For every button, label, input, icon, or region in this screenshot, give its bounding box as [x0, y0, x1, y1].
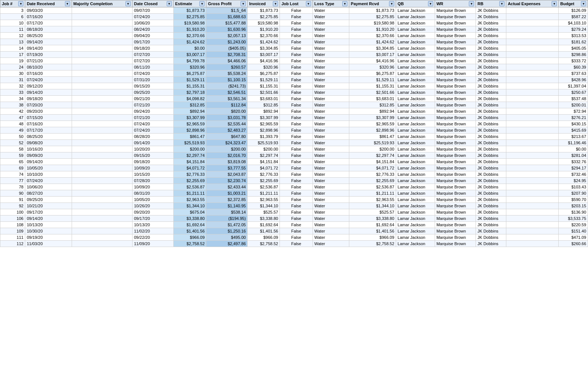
cell-gross_profit: $820.00 — [206, 108, 248, 115]
sort-btn-date_received[interactable]: ▼ — [65, 1, 70, 6]
cell-majority_completion — [72, 20, 132, 26]
table-row: 3309/14/2009/25/20$2,797.18$2,546.51$2,5… — [0, 89, 588, 96]
cell-estimate: $2,536.87 — [173, 184, 206, 190]
cell-actual_expenses — [506, 45, 558, 52]
cell-estimate: $1,424.62 — [173, 39, 206, 45]
cell-date_received: 10/16/20 — [25, 146, 72, 152]
cell-wr: Marquise Brown — [435, 102, 476, 108]
cell-gross_profit: $1,630.96 — [206, 26, 248, 33]
cell-actual_expenses — [506, 14, 558, 20]
cell-payment_rcvd: $1,344.10 — [349, 203, 396, 209]
cell-budget: $276.21 — [559, 115, 588, 121]
cell-qb: Lamar Jackson — [396, 89, 435, 96]
cell-payment_rcvd: $1,401.56 — [349, 228, 396, 234]
col-label-payment_rcvd: Payment Rcvd — [351, 1, 379, 6]
cell-loss_type: Water — [313, 190, 349, 197]
cell-budget: $537.48 — [559, 96, 588, 102]
cell-date_received: 07/17/20 — [25, 127, 72, 134]
cell-budget: $136.90 — [559, 209, 588, 215]
cell-loss_type: Water — [313, 134, 349, 140]
cell-invoiced: $3,338.80 — [248, 215, 280, 222]
sort-btn-payment_rcvd[interactable]: ▼ — [389, 1, 394, 6]
cell-invoiced: $3,304.85 — [248, 45, 280, 52]
cell-date_closed: 09/17/20 — [132, 39, 173, 45]
cell-job: 58 — [0, 146, 25, 152]
cell-gross_profit: $1,243.00 — [206, 39, 248, 45]
cell-wr: Marquise Brown — [435, 7, 476, 14]
cell-qb: Lamar Jackson — [396, 26, 435, 33]
cell-job: 17 — [0, 52, 25, 58]
sort-btn-date_closed[interactable]: ▼ — [167, 1, 172, 6]
sort-btn-job[interactable]: ▼ — [18, 1, 23, 6]
cell-estimate: $861.47 — [173, 134, 206, 140]
cell-qb: Lamar Jackson — [396, 70, 435, 77]
cell-estimate: $2,758.52 — [173, 241, 206, 247]
sort-btn-majority_completion[interactable]: ▼ — [125, 1, 131, 6]
cell-invoiced: $2,963.55 — [248, 197, 280, 203]
cell-estimate: $2,275.85 — [173, 14, 206, 20]
cell-job_lost: False — [280, 127, 313, 134]
cell-majority_completion — [72, 228, 132, 234]
cell-job: 91 — [0, 197, 25, 203]
table-row: 11211/03/2011/09/20$2,758.52$2,497.86$2,… — [0, 241, 588, 247]
sort-btn-estimate[interactable]: ▼ — [199, 1, 205, 6]
cell-majority_completion — [72, 45, 132, 52]
cell-loss_type: Water — [313, 96, 349, 102]
cell-invoiced: $4,071.72 — [248, 165, 280, 171]
sort-btn-wr[interactable]: ▼ — [469, 1, 474, 6]
cell-rb: JK Dobbins — [476, 70, 506, 77]
cell-estimate: $2,370.66 — [173, 33, 206, 39]
sort-btn-qb[interactable]: ▼ — [428, 1, 433, 6]
sort-btn-rb[interactable]: ▼ — [499, 1, 504, 6]
cell-actual_expenses — [506, 190, 558, 197]
sort-btn-gross_profit[interactable]: ▼ — [241, 1, 246, 6]
cell-wr: Marquise Brown — [435, 203, 476, 209]
cell-gross_profit: ($241.73) — [206, 83, 248, 89]
cell-majority_completion — [72, 14, 132, 20]
cell-estimate: $2,797.18 — [173, 89, 206, 96]
cell-job: 74 — [0, 171, 25, 178]
cell-job_lost: False — [280, 184, 313, 190]
cell-loss_type: Water — [313, 108, 349, 115]
cell-wr: Marquise Brown — [435, 14, 476, 20]
cell-date_received: 09/14/20 — [25, 89, 72, 96]
cell-date_received: 10/05/20 — [25, 165, 72, 171]
cell-payment_rcvd: $1,155.31 — [349, 83, 396, 89]
cell-qb: Lamar Jackson — [396, 159, 435, 165]
cell-wr: Marquise Brown — [435, 171, 476, 178]
cell-actual_expenses — [506, 33, 558, 39]
sort-btn-invoiced[interactable]: ▼ — [273, 1, 278, 6]
cell-date_closed: 08/28/20 — [132, 134, 173, 140]
sort-btn-loss_type[interactable]: ▼ — [342, 1, 347, 6]
cell-job: 31 — [0, 77, 25, 83]
sort-btn-job_lost[interactable]: ▼ — [306, 1, 311, 6]
cell-majority_completion — [72, 152, 132, 159]
col-label-budget: Budget — [560, 1, 574, 6]
cell-majority_completion — [72, 70, 132, 77]
cell-date_closed: 10/13/20 — [132, 222, 173, 228]
cell-qb: Lamar Jackson — [396, 121, 435, 127]
cell-date_received: 10/10/20 — [25, 171, 72, 178]
cell-rb: JK Dobbins — [476, 127, 506, 134]
cell-invoiced: $966.09 — [248, 234, 280, 241]
cell-qb: Lamar Jackson — [396, 152, 435, 159]
cell-payment_rcvd: $3,307.99 — [349, 115, 396, 121]
cell-gross_profit: ($405.05) — [206, 45, 248, 52]
sort-btn-budget[interactable]: ▼ — [581, 1, 586, 6]
cell-date_closed: 10/26/20 — [132, 203, 173, 209]
sort-btn-actual_expenses[interactable]: ▼ — [552, 1, 557, 6]
cell-actual_expenses — [506, 203, 558, 209]
cell-loss_type: Water — [313, 152, 349, 159]
cell-invoiced: $6,275.87 — [248, 70, 280, 77]
cell-estimate: $2,963.55 — [173, 197, 206, 203]
cell-budget: $471.09 — [559, 234, 588, 241]
cell-date_received: 09/12/20 — [25, 83, 72, 89]
cell-invoiced: $525.57 — [248, 209, 280, 215]
cell-actual_expenses — [506, 77, 558, 83]
cell-payment_rcvd: $4,151.84 — [349, 159, 396, 165]
cell-rb: JK Dobbins — [476, 64, 506, 70]
cell-rb: JK Dobbins — [476, 96, 506, 102]
cell-job: 38 — [0, 102, 25, 108]
cell-date_received: 07/15/20 — [25, 115, 72, 121]
cell-gross_profit: $3,031.78 — [206, 115, 248, 121]
